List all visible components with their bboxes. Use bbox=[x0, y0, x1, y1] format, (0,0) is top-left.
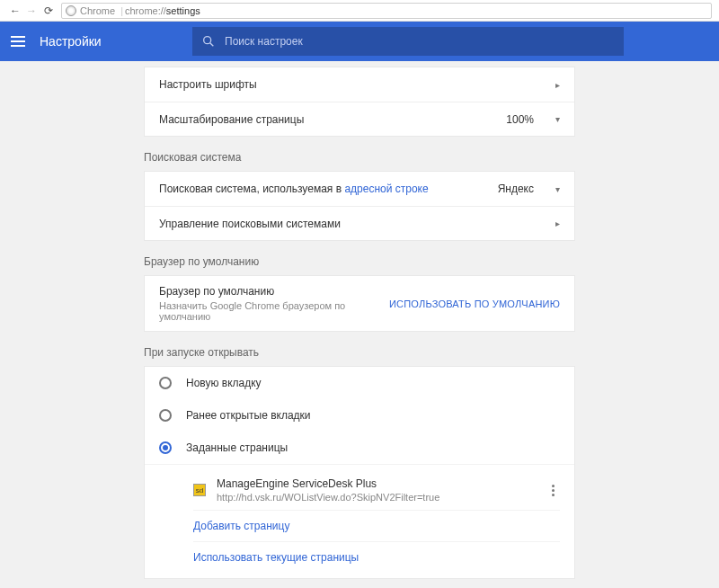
svg-line-1 bbox=[210, 43, 214, 47]
add-page-link[interactable]: Добавить страницу bbox=[193, 510, 560, 541]
row-label: Настроить шрифты bbox=[159, 78, 257, 91]
default-search-engine-row[interactable]: Поисковая система, используемая в адресн… bbox=[145, 172, 574, 206]
address-bar[interactable]: Chrome | chrome://settings bbox=[61, 3, 712, 19]
forward-button[interactable]: → bbox=[23, 4, 40, 17]
default-browser-title: Браузер по умолчанию bbox=[159, 285, 389, 298]
option-label: Новую вкладку bbox=[186, 377, 262, 389]
startup-card: Новую вкладку Ранее открытые вкладки Зад… bbox=[144, 366, 575, 579]
default-browser-subtitle: Назначить Google Chrome браузером по умо… bbox=[159, 300, 389, 322]
startup-section-title: При запуске открывать bbox=[144, 346, 575, 359]
radio-icon bbox=[159, 377, 172, 389]
chevron-right-icon: ▸ bbox=[555, 80, 560, 90]
appearance-card: Настроить шрифты ▸ Масштабирование стран… bbox=[144, 67, 575, 137]
back-button[interactable]: ← bbox=[7, 4, 23, 17]
page-title: Настройки bbox=[40, 34, 174, 49]
search-input[interactable] bbox=[225, 35, 615, 48]
startup-option-continue[interactable]: Ранее открытые вкладки bbox=[145, 399, 574, 432]
default-browser-section-title: Браузер по умолчанию bbox=[144, 255, 575, 268]
page-favicon-icon: sd bbox=[193, 484, 206, 496]
settings-toolbar: Настройки bbox=[0, 22, 719, 61]
reload-button[interactable]: ⟳ bbox=[40, 4, 58, 17]
dropdown-caret-icon: ▾ bbox=[555, 184, 560, 194]
omnibox-separator: | bbox=[120, 5, 123, 16]
row-label: Поисковая система, используемая в адресн… bbox=[159, 183, 429, 195]
dropdown-caret-icon: ▾ bbox=[555, 114, 560, 124]
search-engine-card: Поисковая система, используемая в адресн… bbox=[144, 171, 575, 241]
menu-button[interactable] bbox=[11, 36, 27, 47]
startup-page-title: ManageEngine ServiceDesk Plus bbox=[217, 477, 535, 490]
option-label: Ранее открытые вкладки bbox=[186, 409, 311, 422]
startup-option-specific-pages[interactable]: Заданные страницы bbox=[145, 432, 574, 464]
chevron-right-icon: ▸ bbox=[555, 218, 560, 228]
omnibox-chrome-label: Chrome bbox=[80, 5, 115, 16]
radio-icon bbox=[159, 409, 172, 422]
startup-page-item: sd ManageEngine ServiceDesk Plus http://… bbox=[193, 470, 560, 510]
radio-icon-selected bbox=[159, 441, 172, 454]
more-options-button[interactable] bbox=[546, 485, 560, 496]
startup-option-new-tab[interactable]: Новую вкладку bbox=[145, 367, 574, 399]
omnibox-url-path: settings bbox=[166, 5, 200, 16]
default-browser-card: Браузер по умолчанию Назначить Google Ch… bbox=[144, 275, 575, 332]
option-label: Заданные страницы bbox=[186, 441, 288, 454]
row-label: Управление поисковыми системами bbox=[159, 218, 341, 230]
set-default-button[interactable]: ИСПОЛЬЗОВАТЬ ПО УМОЛЧАНИЮ bbox=[389, 298, 560, 309]
use-current-pages-link[interactable]: Использовать текущие страницы bbox=[193, 541, 560, 573]
row-label: Масштабирование страницы bbox=[159, 113, 304, 126]
svg-point-0 bbox=[204, 37, 211, 44]
startup-page-url: http://hd.vsk.ru/WOListView.do?SkipNV2Fi… bbox=[217, 492, 535, 503]
zoom-value: 100% bbox=[506, 113, 534, 126]
omnibox-url-prefix: chrome:// bbox=[125, 5, 166, 16]
search-icon bbox=[201, 34, 216, 49]
customize-fonts-row[interactable]: Настроить шрифты ▸ bbox=[145, 67, 574, 102]
manage-search-engines-row[interactable]: Управление поисковыми системами ▸ bbox=[145, 206, 574, 240]
settings-search[interactable] bbox=[192, 27, 624, 56]
site-favicon-icon bbox=[66, 5, 76, 16]
search-engine-value: Яндекс bbox=[498, 183, 534, 195]
search-engine-section-title: Поисковая система bbox=[144, 151, 575, 164]
address-bar-link[interactable]: адресной строке bbox=[344, 183, 428, 195]
page-zoom-row[interactable]: Масштабирование страницы 100% ▾ bbox=[145, 102, 574, 136]
